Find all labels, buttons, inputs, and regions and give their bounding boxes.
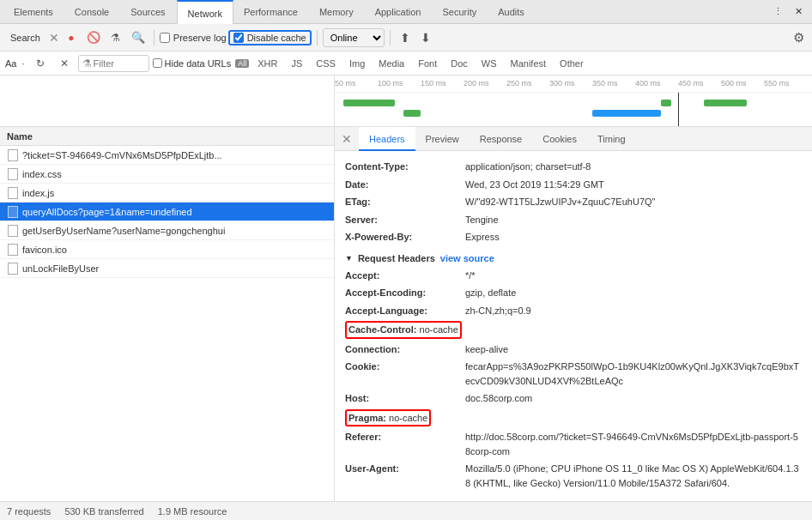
hide-data-urls-label[interactable]: Hide data URLs — [153, 58, 232, 69]
filter-js-btn[interactable]: CSS — [311, 57, 341, 70]
user-agent-key: User-Agent: — [345, 462, 465, 490]
tab-timing[interactable]: Timing — [587, 127, 636, 151]
header-x-powered-by: X-Powered-By: Express — [345, 228, 802, 246]
header-server: Server: Tengine — [345, 211, 802, 229]
refresh-button[interactable]: ↻ — [30, 53, 51, 74]
hide-data-urls-checkbox[interactable] — [153, 58, 162, 68]
request-name-0: ?ticket=ST-946649-CmVNx6MsD5PfpDExLjtb..… — [22, 150, 327, 160]
timeline-bar-2 — [403, 110, 421, 117]
request-item-2[interactable]: index.js — [0, 184, 334, 203]
req-header-connection: Connection: keep-alive — [345, 341, 802, 359]
tab-network[interactable]: Network — [177, 0, 233, 24]
request-headers-section-title: ▼ Request Headers view source — [345, 253, 802, 263]
connection-val: keep-alive — [465, 342, 508, 357]
name-column-header: Name — [7, 131, 327, 142]
x-powered-by-val: Express — [465, 230, 500, 245]
ruler-500ms: 500 ms — [721, 79, 747, 88]
server-key: Server: — [345, 213, 465, 227]
import-button[interactable]: ⬆ — [396, 28, 415, 47]
tab-sources[interactable]: Sources — [120, 0, 176, 24]
dot-icon: · — [21, 58, 24, 69]
req-header-accept: Accept: */* — [345, 267, 802, 285]
tab-console[interactable]: Console — [64, 0, 120, 24]
search-button[interactable]: 🔍 — [128, 27, 148, 48]
tab-response[interactable]: Response — [470, 127, 533, 151]
request-name-6: unLockFileByUser — [22, 263, 327, 274]
tab-headers[interactable]: Headers — [359, 127, 415, 151]
details-close-btn[interactable]: ✕ — [336, 129, 357, 149]
throttling-select[interactable]: Online Fast 3G Slow 3G Offline — [323, 28, 385, 47]
filter-button[interactable]: ⚗ — [106, 27, 126, 48]
tab-performance[interactable]: Performance — [233, 0, 309, 24]
doc-icon-2 — [8, 187, 18, 199]
filter-img-btn[interactable]: Media — [373, 57, 409, 70]
request-item-0[interactable]: ?ticket=ST-946649-CmVNx6MsD5PfpDExLjtb..… — [0, 146, 334, 165]
header-date: Date: Wed, 23 Oct 2019 11:54:29 GMT — [345, 176, 802, 194]
pragma-val: no-cache — [389, 413, 427, 423]
timeline-bar-3 — [661, 100, 671, 106]
content-type-val: application/json; charset=utf-8 — [465, 160, 591, 174]
request-item-1[interactable]: index.css — [0, 165, 334, 184]
filter-input[interactable] — [94, 58, 145, 69]
preserve-log-checkbox[interactable] — [160, 33, 170, 43]
date-val: Wed, 23 Oct 2019 11:54:29 GMT — [465, 178, 604, 192]
disable-cache-checkbox[interactable] — [233, 33, 244, 43]
filter-media-btn[interactable]: Font — [413, 57, 442, 70]
request-item-6[interactable]: unLockFileByUser — [0, 259, 334, 278]
ruler-150ms: 150 ms — [421, 79, 446, 88]
req-header-host: Host: doc.58corp.com — [345, 390, 802, 408]
request-list-header: Name — [0, 127, 334, 146]
filter-css-btn[interactable]: Img — [344, 57, 370, 70]
cache-control-key: Cache-Control: — [348, 324, 416, 335]
pragma-key: Pragma: — [348, 413, 386, 423]
tab-application[interactable]: Application — [365, 0, 433, 24]
x-powered-by-key: X-Powered-By: — [345, 230, 465, 245]
clear-filter-button[interactable]: ✕ — [54, 53, 75, 74]
filter-xhr-btn[interactable]: JS — [286, 57, 307, 70]
export-button[interactable]: ⬇ — [416, 28, 435, 47]
request-icon-5 — [7, 244, 19, 256]
etag-val: W/"d92-WT1T5LJzwUIPJv+ZquuC7EuhU7Q" — [465, 195, 655, 209]
req-header-user-agent: User-Agent: Mozilla/5.0 (iPhone; CPU iPh… — [345, 460, 802, 492]
filter-input-wrap[interactable]: ⚗ — [78, 55, 149, 72]
tab-preview[interactable]: Preview — [415, 127, 470, 151]
section-arrow-icon: ▼ — [345, 254, 353, 263]
devtools-close-icon[interactable]: ✕ — [788, 0, 809, 24]
record-button[interactable]: ● — [61, 27, 82, 48]
ruler-200ms: 200 ms — [464, 79, 489, 88]
request-item-5[interactable]: favicon.ico — [0, 240, 334, 259]
view-source-link[interactable]: view source — [440, 253, 494, 263]
request-name-5: favicon.ico — [22, 245, 327, 255]
doc-icon-5 — [8, 244, 18, 256]
request-name-3: queryAllDocs?page=1&name=undefined — [22, 207, 327, 217]
tab-memory[interactable]: Memory — [309, 0, 365, 24]
tab-security[interactable]: Security — [432, 0, 488, 24]
clear-button[interactable]: 🚫 — [83, 27, 104, 48]
request-item-4[interactable]: getUserByUserName?userName=gongchenghui — [0, 221, 334, 240]
filter-ws-btn[interactable]: Manifest — [506, 57, 552, 70]
status-transferred: 530 KB transferred — [64, 506, 143, 517]
timeline-left — [0, 76, 335, 126]
tab-audits[interactable]: Audits — [488, 0, 536, 24]
filter-doc-btn[interactable]: WS — [476, 57, 502, 70]
filter-font-btn[interactable]: Doc — [445, 57, 473, 70]
ruler-350ms: 350 ms — [592, 79, 618, 88]
ruler-400ms: 400 ms — [635, 79, 661, 88]
preserve-log-label[interactable]: Preserve log — [160, 33, 227, 43]
tab-cookies[interactable]: Cookies — [532, 127, 587, 151]
filter-manifest-btn[interactable]: Other — [554, 57, 589, 70]
request-item-3[interactable]: queryAllDocs?page=1&name=undefined — [0, 203, 334, 221]
devtools-menu-icon[interactable]: ⋮ — [767, 0, 788, 24]
disable-cache-label[interactable]: Disable cache — [228, 30, 312, 45]
ruler-550ms: 550 ms — [764, 79, 790, 88]
tab-elements[interactable]: Elements — [3, 0, 64, 24]
devtools-tab-bar: Elements Console Sources Network Perform… — [0, 0, 812, 24]
cookie-key: Cookie: — [345, 360, 465, 388]
search-close-btn[interactable]: ✕ — [49, 31, 59, 45]
accept-val: */* — [465, 269, 476, 283]
timeline-cursor — [678, 93, 679, 127]
referer-key: Referer: — [345, 430, 465, 458]
timeline-right: 50 ms 100 ms 150 ms 200 ms 250 ms 300 ms… — [335, 76, 812, 126]
settings-button[interactable]: ⚙ — [788, 27, 809, 48]
filter-all-btn[interactable]: XHR — [252, 57, 282, 70]
